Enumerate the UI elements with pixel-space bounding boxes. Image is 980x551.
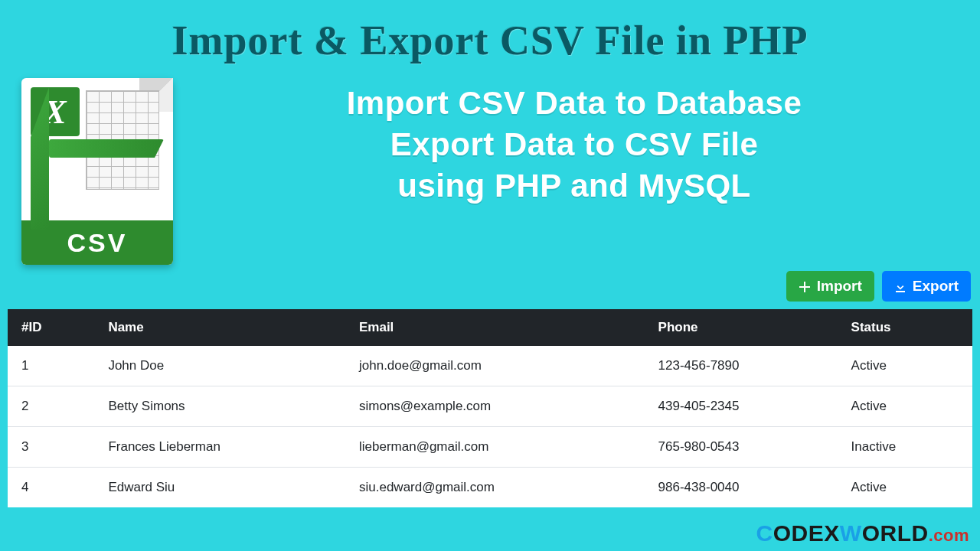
- subtitle-line: using PHP and MySQL: [190, 165, 959, 207]
- cell-id: 1: [8, 346, 94, 386]
- col-header-name: Name: [94, 309, 345, 346]
- table-row: 3Frances Liebermanlieberman@gmail.com765…: [8, 427, 972, 468]
- data-table: #ID Name Email Phone Status 1John Doejoh…: [8, 309, 972, 507]
- cell-email: simons@example.com: [345, 386, 645, 427]
- export-button[interactable]: Export: [882, 271, 971, 302]
- cell-email: siu.edward@gmail.com: [345, 468, 645, 508]
- watermark-part: ODEX: [773, 520, 840, 546]
- cell-phone: 765-980-0543: [645, 427, 838, 468]
- table-row: 1John Doejohn.doe@gmail.com123-456-7890A…: [8, 346, 972, 386]
- table-row: 2Betty Simonssimons@example.com439-405-2…: [8, 386, 972, 427]
- cell-phone: 986-438-0040: [645, 468, 838, 508]
- cell-id: 2: [8, 386, 94, 427]
- page-title: Import & Export CSV File in PHP: [0, 0, 980, 72]
- import-button[interactable]: Import: [786, 271, 874, 302]
- col-header-status: Status: [838, 309, 972, 346]
- cell-phone: 439-405-2345: [645, 386, 838, 427]
- cell-id: 4: [8, 468, 94, 508]
- data-table-wrap: #ID Name Email Phone Status 1John Doejoh…: [0, 309, 980, 507]
- csv-file-icon: X CSV: [21, 78, 173, 265]
- cell-status: Active: [838, 386, 972, 427]
- cell-status: Active: [838, 346, 972, 386]
- cell-status: Active: [838, 468, 972, 508]
- download-icon: [894, 280, 906, 292]
- hero-section: X CSV Import CSV Data to Database Export…: [0, 72, 980, 265]
- cell-email: john.doe@gmail.com: [345, 346, 645, 386]
- svg-rect-1: [799, 286, 810, 288]
- watermark-part: W: [840, 520, 862, 546]
- cell-name: Betty Simons: [94, 386, 345, 427]
- page-subtitle: Import CSV Data to Database Export Data …: [190, 78, 959, 206]
- watermark-part: ORLD: [862, 520, 929, 546]
- table-row: 4Edward Siusiu.edward@gmail.com986-438-0…: [8, 468, 972, 508]
- col-header-email: Email: [345, 309, 645, 346]
- col-header-phone: Phone: [645, 309, 838, 346]
- table-header-row: #ID Name Email Phone Status: [8, 309, 972, 346]
- svg-rect-2: [896, 291, 905, 292]
- cell-status: Inactive: [838, 427, 972, 468]
- cell-name: John Doe: [94, 346, 345, 386]
- cell-name: Frances Lieberman: [94, 427, 345, 468]
- cell-name: Edward Siu: [94, 468, 345, 508]
- export-button-label: Export: [913, 278, 959, 295]
- col-header-id: #ID: [8, 309, 94, 346]
- import-button-label: Import: [817, 278, 862, 295]
- subtitle-line: Export Data to CSV File: [190, 124, 959, 165]
- watermark-part: C: [756, 520, 773, 546]
- cell-email: lieberman@gmail.com: [345, 427, 645, 468]
- cell-phone: 123-456-7890: [645, 346, 838, 386]
- subtitle-line: Import CSV Data to Database: [190, 83, 959, 124]
- plus-icon: [799, 280, 811, 292]
- action-toolbar: Import Export: [0, 265, 980, 309]
- watermark-logo: CODEXWORLD.com: [756, 520, 969, 546]
- cell-id: 3: [8, 427, 94, 468]
- watermark-suffix: .com: [929, 526, 969, 545]
